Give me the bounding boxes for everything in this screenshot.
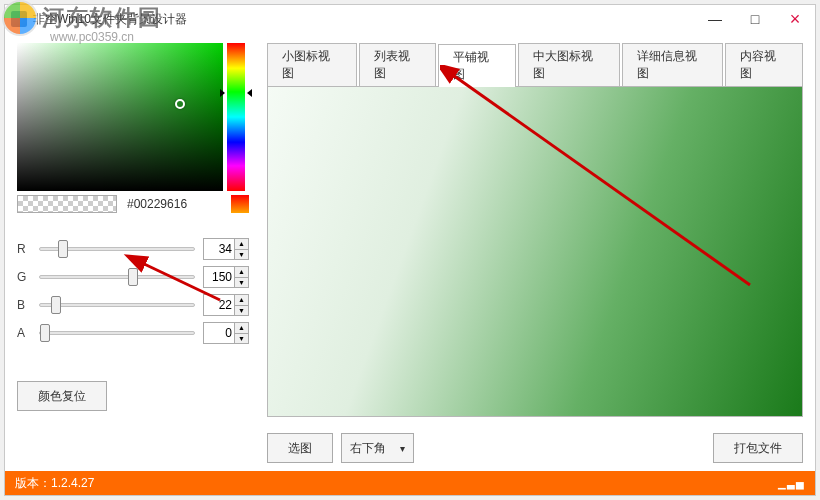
b-label: B xyxy=(17,298,31,312)
maximize-button[interactable]: □ xyxy=(735,5,775,33)
preview-pane xyxy=(267,86,803,417)
a-up-icon[interactable]: ▲ xyxy=(235,323,248,334)
r-label: R xyxy=(17,242,31,256)
hue-strip-extension xyxy=(231,195,249,213)
b-field[interactable] xyxy=(204,295,234,315)
titlebar: 非空Win10文件夹背景设计器 — □ × xyxy=(5,5,815,33)
a-slider[interactable] xyxy=(39,331,195,335)
status-bar: 版本：1.2.4.27 ▁▃▅ xyxy=(5,471,815,495)
rgb-sliders: R ▲▼ G ▲▼ B xyxy=(17,235,249,347)
signal-icon: ▁▃▅ xyxy=(778,478,805,489)
r-input[interactable]: ▲▼ xyxy=(203,238,249,260)
b-slider[interactable] xyxy=(39,303,195,307)
hex-value: #00229616 xyxy=(127,197,187,211)
a-down-icon[interactable]: ▼ xyxy=(235,334,248,344)
alpha-preview xyxy=(17,195,117,213)
a-input[interactable]: ▲▼ xyxy=(203,322,249,344)
view-tabs: 小图标视图 列表视图 平铺视图 中大图标视图 详细信息视图 内容视图 xyxy=(267,43,803,86)
tab-medium-large[interactable]: 中大图标视图 xyxy=(518,43,620,86)
tab-tile[interactable]: 平铺视图 xyxy=(438,44,516,87)
tab-small-icons[interactable]: 小图标视图 xyxy=(267,43,357,86)
g-field[interactable] xyxy=(204,267,234,287)
saturation-value-picker[interactable] xyxy=(17,43,223,191)
hue-handle-icon[interactable] xyxy=(224,89,248,97)
tab-list[interactable]: 列表视图 xyxy=(359,43,437,86)
window-title: 非空Win10文件夹背景设计器 xyxy=(33,11,695,28)
b-up-icon[interactable]: ▲ xyxy=(235,295,248,306)
position-select[interactable]: 右下角 xyxy=(341,433,414,463)
left-panel: #00229616 R ▲▼ G xyxy=(17,43,249,463)
a-field[interactable] xyxy=(204,323,234,343)
tab-content[interactable]: 内容视图 xyxy=(725,43,803,86)
app-icon xyxy=(11,11,27,27)
position-value: 右下角 xyxy=(350,440,386,457)
close-button[interactable]: × xyxy=(775,5,815,33)
r-down-icon[interactable]: ▼ xyxy=(235,250,248,260)
g-slider[interactable] xyxy=(39,275,195,279)
hue-slider[interactable] xyxy=(227,43,245,191)
tab-details[interactable]: 详细信息视图 xyxy=(622,43,724,86)
r-up-icon[interactable]: ▲ xyxy=(235,239,248,250)
content-area: #00229616 R ▲▼ G xyxy=(5,33,815,471)
version-text: 版本：1.2.4.27 xyxy=(15,475,94,492)
g-label: G xyxy=(17,270,31,284)
g-up-icon[interactable]: ▲ xyxy=(235,267,248,278)
reset-color-button[interactable]: 颜色复位 xyxy=(17,381,107,411)
g-input[interactable]: ▲▼ xyxy=(203,266,249,288)
choose-image-button[interactable]: 选图 xyxy=(267,433,333,463)
r-slider[interactable] xyxy=(39,247,195,251)
right-panel: 小图标视图 列表视图 平铺视图 中大图标视图 详细信息视图 内容视图 选图 右下… xyxy=(267,43,803,463)
b-input[interactable]: ▲▼ xyxy=(203,294,249,316)
pack-button[interactable]: 打包文件 xyxy=(713,433,803,463)
app-window: 非空Win10文件夹背景设计器 — □ × #00229616 xyxy=(4,4,816,496)
g-down-icon[interactable]: ▼ xyxy=(235,278,248,288)
sv-handle-icon[interactable] xyxy=(175,99,185,109)
a-label: A xyxy=(17,326,31,340)
r-field[interactable] xyxy=(204,239,234,259)
b-down-icon[interactable]: ▼ xyxy=(235,306,248,316)
minimize-button[interactable]: — xyxy=(695,5,735,33)
